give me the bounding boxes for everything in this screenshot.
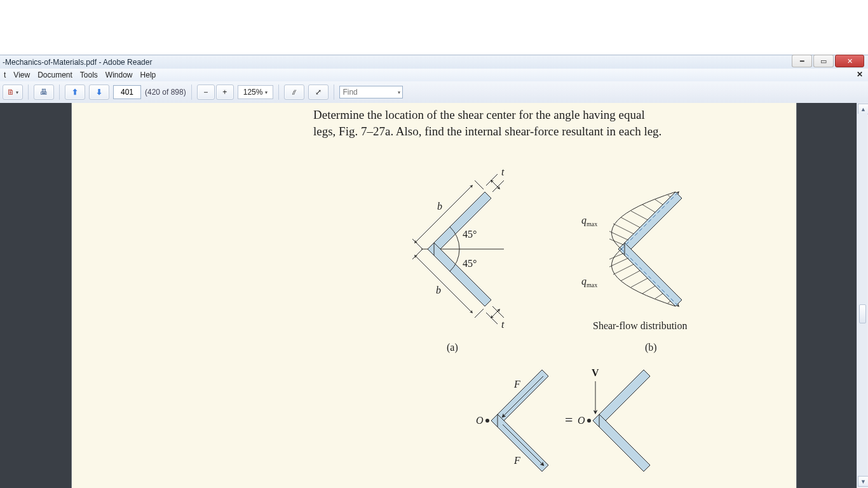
minus-icon: − <box>203 88 208 97</box>
svg-line-28 <box>668 195 670 197</box>
svg-text:Shear-flow distribution: Shear-flow distribution <box>593 320 688 331</box>
svg-line-30 <box>642 205 655 212</box>
svg-point-61 <box>587 419 591 423</box>
window-controls: ━ ▭ ✕ <box>792 55 864 67</box>
maximize-button[interactable]: ▭ <box>813 55 834 67</box>
close-document-button[interactable]: ✕ <box>857 70 863 79</box>
print-button[interactable]: 🖶 <box>34 85 54 100</box>
scroll-thumb[interactable] <box>859 304 866 323</box>
svg-marker-59 <box>593 414 650 471</box>
svg-marker-50 <box>491 414 498 427</box>
paragraph: Determine the location of the shear cent… <box>313 107 752 139</box>
separator <box>334 85 334 100</box>
svg-marker-60 <box>593 414 599 427</box>
svg-line-41 <box>613 264 634 274</box>
svg-text:t: t <box>501 319 505 330</box>
svg-line-12 <box>486 313 498 324</box>
prev-page-button[interactable]: ⬆ <box>65 85 85 100</box>
print-icon: 🖶 <box>40 88 48 97</box>
svg-line-10 <box>491 180 499 189</box>
svg-text:F: F <box>513 379 520 390</box>
svg-line-51 <box>503 376 543 417</box>
paragraph-line: legs, Fig. 7–27a. Also, find the interna… <box>313 125 661 138</box>
save-icon: 🗎 <box>7 88 15 97</box>
plus-icon: + <box>222 88 227 97</box>
minimize-icon: ━ <box>800 57 804 65</box>
menu-item[interactable]: Tools <box>80 71 98 79</box>
fit-width-button[interactable]: ⫽ <box>284 85 304 100</box>
zoom-in-button[interactable]: + <box>216 85 234 100</box>
svg-line-35 <box>609 239 625 245</box>
svg-text:t: t <box>501 166 505 177</box>
svg-line-40 <box>621 271 640 281</box>
menu-item[interactable]: Window <box>105 71 133 79</box>
minimize-button[interactable]: ━ <box>792 55 812 67</box>
svg-line-21 <box>475 309 484 318</box>
svg-text:qmax: qmax <box>581 215 597 227</box>
zoom-controls: − + <box>197 85 234 100</box>
svg-text:qmax: qmax <box>581 276 597 288</box>
svg-text:O: O <box>476 415 484 426</box>
menu-item[interactable]: t <box>4 71 6 79</box>
chevron-down-icon[interactable]: ▾ <box>398 90 400 95</box>
svg-line-34 <box>609 231 628 240</box>
menu-item[interactable]: Help <box>140 71 156 79</box>
save-button[interactable]: 🗎 <box>3 85 23 100</box>
zoom-value-text: 125% <box>243 88 263 97</box>
svg-text:45°: 45° <box>463 258 477 269</box>
svg-text:(a): (a) <box>447 342 458 353</box>
figure: b b t t <box>320 141 764 488</box>
window-title: -Mechanics-of-Materials.pdf - Adobe Read… <box>0 58 868 67</box>
arrow-down-icon: ⬇ <box>96 88 102 97</box>
svg-point-53 <box>485 419 489 423</box>
scroll-down-button[interactable]: ▼ <box>858 476 868 487</box>
svg-line-36 <box>668 301 670 303</box>
svg-text:O: O <box>578 415 585 426</box>
pdf-page: Determine the location of the shear cent… <box>72 103 796 488</box>
screen: -Mechanics-of-Materials.pdf - Adobe Read… <box>0 0 868 488</box>
svg-marker-3 <box>428 243 434 255</box>
svg-text:(b): (b) <box>645 342 657 353</box>
svg-line-31 <box>631 211 648 220</box>
titlebar: -Mechanics-of-Materials.pdf - Adobe Read… <box>0 55 868 70</box>
menubar: t View Document Tools Window Help ✕ <box>0 69 868 82</box>
separator <box>28 85 29 100</box>
svg-line-39 <box>631 278 648 287</box>
separator <box>278 85 279 100</box>
fit-page-icon: ⤢ <box>315 88 322 97</box>
page-number-input[interactable] <box>113 85 141 99</box>
svg-line-14 <box>491 309 499 318</box>
svg-text:b: b <box>437 201 442 212</box>
menu-item[interactable]: View <box>13 71 30 79</box>
scroll-track[interactable] <box>858 114 867 477</box>
menu-item[interactable]: Document <box>37 71 72 79</box>
svg-line-43 <box>609 253 625 259</box>
svg-line-20 <box>475 180 484 189</box>
document-area[interactable]: Determine the location of the shear cent… <box>0 103 868 488</box>
vertical-scrollbar[interactable]: ▲ ▼ <box>857 103 868 488</box>
svg-text:45°: 45° <box>463 229 477 240</box>
separator <box>191 85 192 100</box>
next-page-button[interactable]: ⬇ <box>89 85 109 100</box>
svg-line-9 <box>492 180 504 192</box>
zoom-value[interactable]: 125% <box>238 85 274 99</box>
close-icon: ✕ <box>847 57 853 65</box>
toolbar: 🗎 🖶 ⬆ ⬇ (420 of 898) − + 125% ⫽ ⤢ ▾ <box>0 81 868 104</box>
fit-page-button[interactable]: ⤢ <box>308 85 329 100</box>
svg-text:F: F <box>513 455 520 466</box>
scroll-up-button[interactable]: ▲ <box>858 104 868 114</box>
close-button[interactable]: ✕ <box>835 55 864 67</box>
svg-line-37 <box>655 294 663 299</box>
svg-text:V: V <box>592 367 599 378</box>
fit-width-icon: ⫽ <box>290 88 298 97</box>
paragraph-line: Determine the location of the shear cent… <box>313 108 645 121</box>
svg-line-52 <box>503 424 543 465</box>
find-input[interactable] <box>339 86 403 98</box>
svg-line-13 <box>492 306 504 318</box>
svg-text:=: = <box>565 412 573 428</box>
svg-line-8 <box>486 174 498 186</box>
zoom-out-button[interactable]: − <box>197 85 215 100</box>
separator <box>59 85 60 100</box>
svg-line-32 <box>621 217 640 227</box>
page-total-label: (420 of 898) <box>145 88 186 97</box>
